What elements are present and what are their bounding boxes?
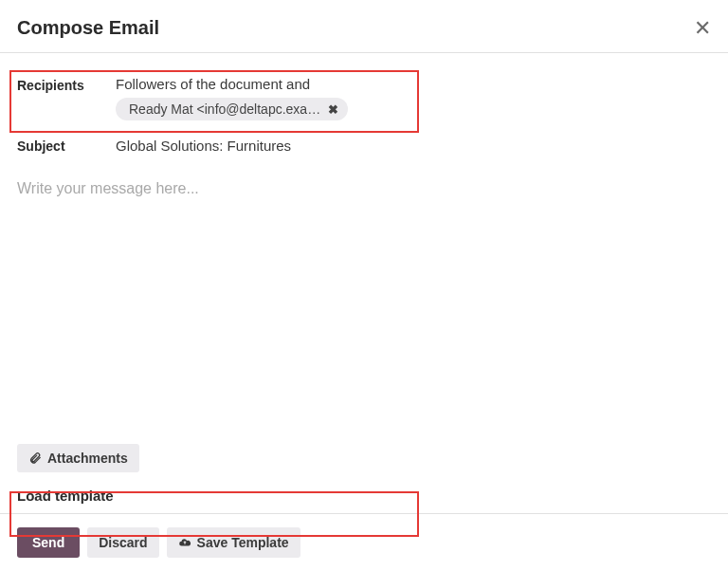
recipients-row: Recipients Followers of the document and… <box>17 53 711 120</box>
send-button[interactable]: Send <box>17 527 80 558</box>
save-template-button[interactable]: Save Template <box>167 527 300 558</box>
modal-body: Recipients Followers of the document and… <box>0 53 728 513</box>
attachments-button[interactable]: Attachments <box>17 444 139 472</box>
template-row: Load template <box>17 472 711 513</box>
save-template-label: Save Template <box>197 535 289 550</box>
subject-label: Subject <box>17 137 116 154</box>
recipient-chip-text: Ready Mat <info@deltapc.exa… <box>129 101 320 117</box>
discard-button[interactable]: Discard <box>87 527 158 558</box>
recipients-value[interactable]: Followers of the document and Ready Mat … <box>116 76 711 120</box>
attachments-row: Attachments <box>17 440 711 472</box>
modal-header: Compose Email ✕ <box>0 0 728 53</box>
load-template-select[interactable]: Load template <box>17 488 711 504</box>
attachments-label: Attachments <box>47 451 128 466</box>
paperclip-icon <box>28 451 42 465</box>
recipient-chip: Ready Mat <info@deltapc.exa… ✖ <box>116 98 348 120</box>
recipients-followers-text: Followers of the document and <box>116 76 711 92</box>
recipients-label: Recipients <box>17 76 116 93</box>
subject-input[interactable]: Global Solutions: Furnitures <box>116 136 711 154</box>
compose-email-modal: Compose Email ✕ Recipients Followers of … <box>0 0 728 571</box>
remove-recipient-icon[interactable]: ✖ <box>328 102 338 117</box>
modal-footer: Send Discard Save Template <box>0 513 728 571</box>
subject-row: Subject Global Solutions: Furnitures <box>17 120 711 154</box>
close-icon[interactable]: ✕ <box>694 18 711 39</box>
message-input[interactable] <box>17 180 711 440</box>
cloud-upload-icon <box>178 536 191 549</box>
message-area <box>17 180 711 440</box>
modal-title: Compose Email <box>17 17 159 39</box>
